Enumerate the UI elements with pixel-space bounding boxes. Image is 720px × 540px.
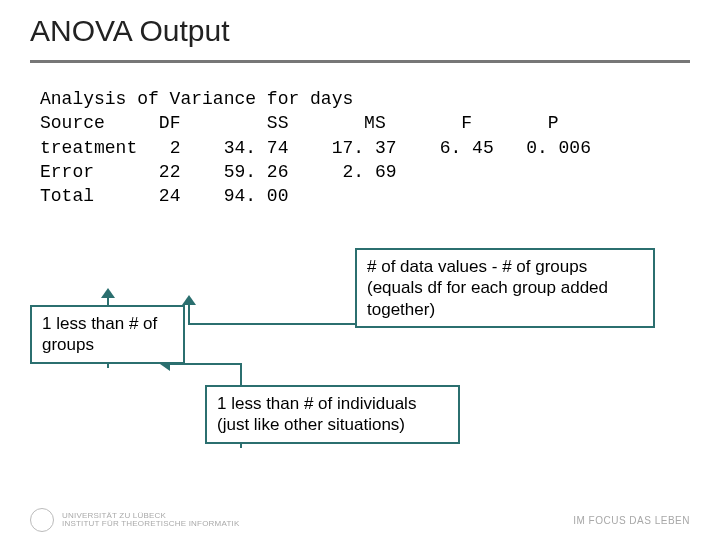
row0-df: 2 xyxy=(170,138,181,158)
callout-df-total: 1 less than # of individuals (just like … xyxy=(205,385,460,444)
row0-f: 6. 45 xyxy=(440,138,494,158)
institution-line2: INSTITUT FÜR THEORETISCHE INFORMATIK xyxy=(62,520,239,528)
page-title: ANOVA Output xyxy=(30,14,690,48)
institution-block: UNIVERSITÄT ZU LÜBECK INSTITUT FÜR THEOR… xyxy=(62,512,239,529)
row1-ss: 59. 26 xyxy=(224,162,289,182)
col-ms: MS xyxy=(364,113,386,133)
arrow-head-right xyxy=(182,295,196,305)
row1-df: 22 xyxy=(159,162,181,182)
footer-left: UNIVERSITÄT ZU LÜBECK INSTITUT FÜR THEOR… xyxy=(30,508,239,532)
row2-ss: 94. 00 xyxy=(224,186,289,206)
arrow-line-right-h xyxy=(190,323,355,325)
slide: ANOVA Output Analysis of Variance for da… xyxy=(0,0,720,540)
row0-ms: 17. 37 xyxy=(332,138,397,158)
row0-ss: 34. 74 xyxy=(224,138,289,158)
col-p: P xyxy=(548,113,559,133)
callout-df-treatment: 1 less than # of groups xyxy=(30,305,185,364)
row1-ms: 2. 69 xyxy=(342,162,396,182)
title-block: ANOVA Output xyxy=(0,0,720,54)
footer-motto: IM FOCUS DAS LEBEN xyxy=(573,515,690,526)
col-ss: SS xyxy=(267,113,289,133)
arrow-line-right-v xyxy=(188,303,190,325)
row0-p: 0. 006 xyxy=(526,138,591,158)
anova-heading: Analysis of Variance for days xyxy=(40,89,353,109)
row1-source: Error xyxy=(40,162,94,182)
anova-output: Analysis of Variance for days Source DF … xyxy=(40,87,680,208)
col-df: DF xyxy=(159,113,181,133)
row2-source: Total xyxy=(40,186,94,206)
arrow-head-left xyxy=(101,288,115,298)
col-source: Source xyxy=(40,113,105,133)
callout-df-error: # of data values - # of groups (equals d… xyxy=(355,248,655,328)
university-seal-icon xyxy=(30,508,54,532)
footer: UNIVERSITÄT ZU LÜBECK INSTITUT FÜR THEOR… xyxy=(0,500,720,540)
row2-df: 24 xyxy=(159,186,181,206)
row0-source: treatment xyxy=(40,138,137,158)
content-area: Analysis of Variance for days Source DF … xyxy=(0,63,720,208)
col-f: F xyxy=(461,113,472,133)
